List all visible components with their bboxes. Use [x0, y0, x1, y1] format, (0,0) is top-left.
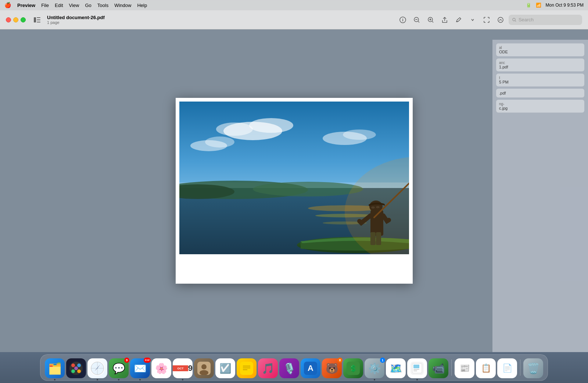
- svg-point-15: [513, 18, 515, 21]
- markup-button[interactable]: [453, 14, 465, 26]
- dock-bear[interactable]: 🐻 8: [322, 358, 342, 378]
- minimize-button[interactable]: [13, 17, 18, 22]
- dock-moneymoney[interactable]: 💲: [343, 358, 363, 378]
- search-box[interactable]: [509, 15, 582, 25]
- fullscreen-button[interactable]: [481, 14, 492, 26]
- svg-rect-72: [413, 369, 419, 370]
- dock-appstore[interactable]: A: [301, 358, 320, 378]
- svg-rect-71: [413, 365, 419, 368]
- dock-messages[interactable]: 💬 9: [109, 358, 129, 378]
- panel-item-3: t 5 PM: [496, 74, 584, 86]
- dock-dot: [139, 379, 141, 380]
- dock-contacts[interactable]: [194, 358, 214, 378]
- panel-item-1: al ODE: [496, 43, 584, 56]
- document-title: Untitled document-26.pdf: [47, 15, 105, 20]
- dock-browser1[interactable]: 📰: [455, 358, 474, 378]
- svg-line-16: [515, 21, 516, 21]
- dock-reminders[interactable]: ☑️: [215, 358, 235, 378]
- pdf-image: [179, 102, 409, 254]
- menu-file[interactable]: File: [41, 3, 49, 8]
- menu-window[interactable]: Window: [114, 3, 131, 8]
- dock-separator: [451, 359, 452, 376]
- menu-preview[interactable]: Preview: [17, 3, 35, 8]
- main-content: al ODE anc 1.pdf t 5 PM .pdf ng- c.jpg W…: [0, 29, 588, 352]
- menu-go[interactable]: Go: [85, 3, 91, 8]
- menu-view[interactable]: View: [69, 3, 79, 8]
- svg-rect-1: [37, 17, 40, 18]
- dock-dot: [54, 379, 55, 380]
- svg-point-26: [343, 130, 376, 140]
- dock-dot: [182, 379, 183, 380]
- sysprefs-badge: 1: [380, 358, 385, 363]
- close-button[interactable]: [6, 17, 11, 22]
- svg-point-48: [71, 369, 75, 373]
- svg-point-21: [249, 118, 293, 133]
- dock-facetime[interactable]: 📹: [429, 358, 448, 378]
- dock-safari[interactable]: [87, 358, 107, 378]
- svg-point-59: [201, 364, 207, 369]
- dock-separator2: [520, 359, 520, 376]
- dock-calendar[interactable]: OCT 9: [173, 358, 193, 378]
- svg-point-14: [498, 17, 503, 22]
- svg-line-8: [418, 21, 419, 22]
- dock-podcasts[interactable]: 🎙️: [279, 358, 299, 378]
- dock-browser2[interactable]: 📋: [476, 358, 496, 378]
- panel-item-5: ng- c.jpg: [496, 100, 584, 113]
- apple-menu[interactable]: 🍎: [4, 2, 11, 8]
- dock-finder[interactable]: 🗂️: [45, 358, 65, 378]
- menubar-datetime: Mon Oct 9 9:53 PM: [546, 3, 584, 8]
- svg-rect-0: [34, 17, 36, 22]
- svg-point-24: [205, 136, 234, 148]
- dock-dot: [416, 379, 418, 380]
- svg-rect-73: [413, 370, 417, 371]
- document-pages: 1 page: [47, 20, 105, 25]
- menu-help[interactable]: Help: [137, 3, 147, 8]
- document-info: Untitled document-26.pdf 1 page: [47, 15, 105, 25]
- svg-text:A: A: [308, 364, 313, 373]
- zoom-button[interactable]: [21, 17, 26, 22]
- svg-point-33: [253, 182, 363, 196]
- menubar-right: 🔋 📶 Mon Oct 9 9:53 PM: [526, 3, 584, 8]
- svg-text:i: i: [402, 18, 403, 22]
- dock-browser3[interactable]: 📄: [497, 358, 517, 378]
- search-input[interactable]: [519, 17, 578, 22]
- share-button[interactable]: [439, 14, 451, 26]
- dock-notes[interactable]: [237, 358, 257, 378]
- dock: 🗂️: [0, 352, 588, 383]
- panel-item-4: .pdf: [496, 89, 584, 97]
- dock-dot: [118, 379, 119, 380]
- toolbar: Untitled document-26.pdf 1 page i: [0, 10, 588, 29]
- dock-photos[interactable]: 🌸: [151, 358, 171, 378]
- bear-badge: 8: [337, 358, 343, 363]
- menu-edit[interactable]: Edit: [55, 3, 63, 8]
- svg-text:💲: 💲: [349, 365, 358, 373]
- mail-badge: 112: [144, 358, 151, 363]
- svg-rect-3: [37, 22, 40, 22]
- traffic-lights: [6, 17, 26, 22]
- menubar-left: 🍎 Preview File Edit View Go Tools Window…: [4, 2, 147, 8]
- dock-preview[interactable]: [407, 358, 427, 378]
- svg-point-22: [216, 123, 253, 136]
- dock-dot: [374, 379, 375, 380]
- panel-item-2: anc 1.pdf: [496, 58, 584, 71]
- zoom-in-button[interactable]: [425, 14, 437, 26]
- dock-trash[interactable]: 🗑️: [523, 358, 543, 378]
- svg-rect-2: [37, 19, 40, 20]
- annotate-button[interactable]: [495, 14, 506, 26]
- menubar-wifi-icon: 📶: [536, 3, 541, 8]
- svg-line-12: [432, 21, 433, 22]
- pdf-document: [176, 98, 413, 284]
- menu-tools[interactable]: Tools: [97, 3, 108, 8]
- markup-chevron[interactable]: [467, 14, 478, 26]
- dock-mail[interactable]: ✉️ 112: [130, 358, 150, 378]
- dock-launchpad[interactable]: [66, 358, 86, 378]
- dock-music[interactable]: 🎵: [258, 358, 278, 378]
- toolbar-right: i: [397, 14, 582, 26]
- fishing-image: [179, 102, 409, 254]
- zoom-out-button[interactable]: [411, 14, 423, 26]
- dock-maps[interactable]: 🗺️: [386, 358, 406, 378]
- dock-systemprefs[interactable]: ⚙️ 1: [365, 358, 384, 378]
- info-button[interactable]: i: [397, 14, 409, 26]
- right-panel: al ODE anc 1.pdf t 5 PM .pdf ng- c.jpg W…: [492, 40, 588, 382]
- sidebar-toggle-button[interactable]: [32, 14, 43, 25]
